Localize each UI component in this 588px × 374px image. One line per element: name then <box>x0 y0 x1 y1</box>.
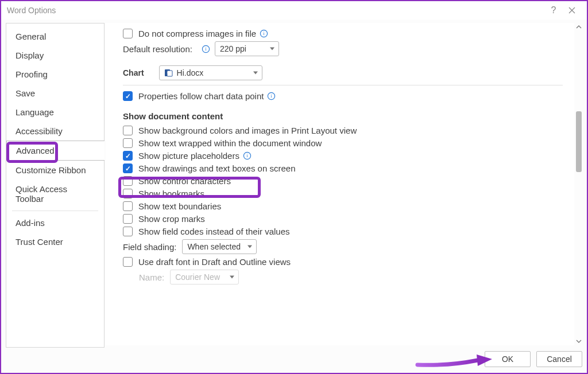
checkbox-bg[interactable] <box>123 126 133 135</box>
label-ctrl: Show control characters <box>138 176 231 186</box>
checkbox-wrap[interactable] <box>123 138 133 148</box>
scroll-up-arrow-icon[interactable] <box>575 23 583 31</box>
row-drawings: Show drawings and text boxes on screen <box>123 163 563 173</box>
label-chart: Chart <box>123 68 144 77</box>
window-title: Word Options <box>7 6 544 15</box>
scroll-thumb[interactable] <box>576 111 582 172</box>
vertical-scrollbar[interactable] <box>575 23 583 345</box>
label-crop: Show crop marks <box>138 214 205 224</box>
label-wrap: Show text wrapped within the document wi… <box>138 138 322 148</box>
label-draft-font-name: Name: <box>139 272 164 282</box>
checkbox-compress[interactable] <box>123 29 133 38</box>
sidebar-item-advanced[interactable]: Advanced <box>6 141 105 161</box>
checkbox-ctrl[interactable] <box>123 176 133 186</box>
title-bar: Word Options ? <box>1 1 587 20</box>
sidebar-item-trust-center[interactable]: Trust Center <box>6 232 104 251</box>
svg-text:i: i <box>263 30 265 36</box>
chart-separator <box>123 85 563 85</box>
svg-text:W: W <box>167 71 172 76</box>
row-placeholders: Show picture placeholders i <box>123 151 563 161</box>
info-icon[interactable]: i <box>202 45 210 53</box>
scroll-down-arrow-icon[interactable] <box>575 337 583 345</box>
row-bg: Show background colors and images in Pri… <box>123 126 563 135</box>
label-bookmarks: Show bookmarks <box>138 189 204 198</box>
sidebar-item-proofing[interactable]: Proofing <box>6 65 104 84</box>
scroll-track[interactable] <box>576 32 582 336</box>
sidebar-item-language[interactable]: Language <box>6 103 104 122</box>
row-bookmarks: Show bookmarks <box>123 189 563 198</box>
label-compress: Do not compress images in file <box>138 29 256 38</box>
sidebar-separator <box>12 211 98 211</box>
checkbox-draft-font[interactable] <box>123 257 133 267</box>
checkbox-fieldcodes[interactable] <box>123 227 133 236</box>
sidebar-item-add-ins[interactable]: Add-ins <box>6 213 104 232</box>
label-fieldcodes: Show field codes instead of their values <box>138 227 290 236</box>
info-icon[interactable]: i <box>243 151 252 160</box>
cancel-button[interactable]: Cancel <box>536 351 582 367</box>
row-crop: Show crop marks <box>123 214 563 224</box>
row-ctrl: Show control characters <box>123 176 563 186</box>
select-default-resolution[interactable]: 220 ppi <box>215 41 279 56</box>
row-wrap: Show text wrapped within the document wi… <box>123 138 563 148</box>
footer: OK Cancel <box>1 348 582 371</box>
label-draft-font: Use draft font in Draft and Outline view… <box>138 257 291 267</box>
info-icon[interactable]: i <box>267 92 276 100</box>
label-bg: Show background colors and images in Pri… <box>138 126 357 135</box>
checkbox-bookmarks[interactable] <box>123 189 133 198</box>
row-default-resolution: Default resolution: i 220 ppi <box>123 41 563 56</box>
help-button[interactable]: ? <box>544 3 563 17</box>
close-button[interactable] <box>563 3 581 17</box>
row-draft-font: Use draft font in Draft and Outline view… <box>123 257 563 267</box>
select-field-shading[interactable]: When selected <box>182 239 257 254</box>
ok-button[interactable]: OK <box>485 351 531 367</box>
row-field-shading: Field shading: When selected <box>123 239 563 254</box>
row-bounds: Show text boundaries <box>123 201 563 211</box>
svg-text:i: i <box>205 46 207 52</box>
checkbox-crop[interactable] <box>123 214 133 224</box>
checkbox-bounds[interactable] <box>123 201 133 211</box>
label-field-shading: Field shading: <box>123 242 176 252</box>
content-panel: Do not compress images in file i Default… <box>106 23 574 345</box>
sidebar-item-save[interactable]: Save <box>6 84 104 103</box>
select-chart-document[interactable]: W Hi.docx <box>159 65 262 80</box>
info-icon[interactable]: i <box>260 29 268 38</box>
sidebar-item-qat[interactable]: Quick Access Toolbar <box>6 180 104 208</box>
svg-text:i: i <box>271 93 273 99</box>
label-placeholders: Show picture placeholders <box>138 151 239 161</box>
sidebar-item-display[interactable]: Display <box>6 46 104 65</box>
label-default-resolution: Default resolution: <box>123 44 192 54</box>
checkbox-placeholders[interactable] <box>123 151 133 161</box>
label-chart-doc: Hi.docx <box>177 68 204 77</box>
checkbox-drawings[interactable] <box>123 163 133 173</box>
row-chart: Chart W Hi.docx <box>123 65 563 80</box>
checkbox-props-follow[interactable] <box>123 91 133 101</box>
sidebar-item-general[interactable]: General <box>6 27 104 46</box>
label-props-follow: Properties follow chart data point <box>138 91 264 101</box>
label-drawings: Show drawings and text boxes on screen <box>138 163 296 173</box>
sidebar-item-accessibility[interactable]: Accessibility <box>6 122 104 141</box>
row-props-follow: Properties follow chart data point i <box>123 91 563 101</box>
row-compress: Do not compress images in file i <box>123 29 563 38</box>
heading-show-document-content: Show document content <box>123 111 563 121</box>
row-draft-font-name: Name: Courier New <box>139 270 563 285</box>
svg-text:i: i <box>246 153 248 158</box>
sidebar: General Display Proofing Save Language A… <box>6 23 105 348</box>
label-bounds: Show text boundaries <box>138 201 221 211</box>
row-fieldcodes: Show field codes instead of their values <box>123 227 563 236</box>
select-draft-font-name: Courier New <box>170 270 239 285</box>
word-doc-icon: W <box>164 68 173 77</box>
sidebar-item-customize-ribbon[interactable]: Customize Ribbon <box>6 161 104 180</box>
